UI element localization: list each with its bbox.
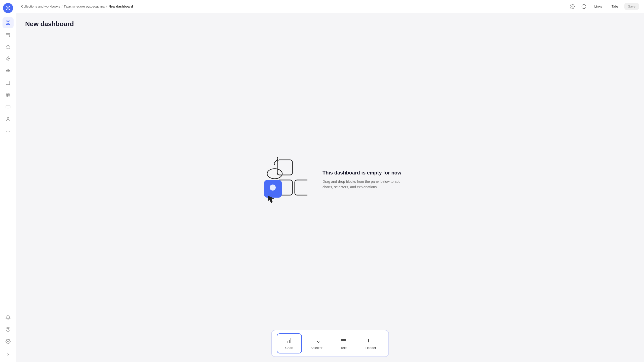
svg-point-22: [8, 94, 8, 94]
breadcrumb-sep2: /: [106, 5, 107, 8]
svg-point-29: [9, 131, 10, 132]
empty-state: This dashboard is empty for now Drag and…: [25, 28, 635, 362]
svg-rect-2: [6, 23, 8, 25]
svg-point-27: [6, 131, 7, 132]
sidebar-item-collections[interactable]: [3, 29, 14, 40]
blocks-toolbar: Chart Selector Text: [271, 330, 389, 357]
bottom-panel: Chart Selector Text: [16, 326, 644, 362]
sidebar-item-help[interactable]: [3, 324, 14, 335]
empty-illustration: [257, 155, 307, 205]
topbar: Collections and workbooks / Практические…: [16, 0, 644, 13]
sidebar-item-alerts[interactable]: [3, 53, 14, 64]
svg-rect-23: [6, 105, 10, 108]
svg-rect-37: [277, 160, 292, 175]
main-content: Collections and workbooks / Практические…: [16, 0, 644, 362]
block-header-label: Header: [366, 346, 376, 350]
empty-state-heading: This dashboard is empty for now: [323, 170, 403, 176]
info-icon-button[interactable]: [579, 2, 588, 11]
page-title: New dashboard: [25, 20, 635, 28]
sidebar-item-profile[interactable]: [3, 114, 14, 125]
sidebar-item-favorites[interactable]: [3, 41, 14, 52]
sidebar-item-settings[interactable]: [3, 336, 14, 347]
topbar-actions: Links Tabs Save: [568, 2, 639, 11]
sidebar-nav: [0, 17, 16, 312]
save-button[interactable]: Save: [624, 3, 639, 10]
svg-rect-1: [8, 21, 10, 22]
sidebar-item-connections[interactable]: [3, 65, 14, 76]
svg-rect-3: [8, 23, 10, 25]
settings-icon-button[interactable]: [568, 2, 577, 11]
svg-point-40: [267, 169, 282, 179]
app-logo[interactable]: [3, 3, 13, 13]
sidebar-expand-arrow[interactable]: [0, 350, 16, 359]
sidebar-item-grid[interactable]: [3, 17, 14, 28]
svg-point-4: [9, 35, 10, 37]
block-item-chart[interactable]: Chart: [277, 333, 302, 353]
breadcrumb: Collections and workbooks / Практические…: [21, 5, 133, 8]
svg-point-28: [8, 131, 8, 132]
sidebar-item-more[interactable]: [3, 126, 14, 137]
block-text-label: Text: [341, 346, 347, 350]
block-selector-label: Selector: [310, 346, 323, 350]
block-item-text[interactable]: Text: [331, 333, 356, 353]
svg-marker-6: [6, 57, 10, 61]
block-item-selector[interactable]: Selector: [304, 333, 329, 353]
sidebar-item-analytics[interactable]: [3, 77, 14, 88]
svg-point-42: [270, 185, 276, 191]
sidebar-item-tables[interactable]: [3, 89, 14, 101]
block-chart-label: Chart: [285, 346, 293, 350]
svg-rect-0: [6, 21, 8, 22]
breadcrumb-part1[interactable]: Collections and workbooks: [21, 5, 60, 8]
block-item-header[interactable]: Header: [358, 333, 383, 353]
svg-point-30: [6, 327, 10, 332]
svg-point-26: [7, 117, 9, 119]
svg-marker-5: [6, 45, 10, 49]
svg-point-7: [7, 70, 9, 72]
sidebar: [0, 0, 16, 362]
sidebar-item-monitor[interactable]: [3, 102, 14, 113]
empty-state-description: Drag and drop blocks from the panel belo…: [323, 179, 403, 190]
svg-point-10: [8, 69, 8, 70]
page-area: New dashboard: [16, 13, 644, 362]
svg-point-9: [9, 70, 10, 71]
empty-text: This dashboard is empty for now Drag and…: [323, 170, 403, 190]
svg-rect-39: [295, 180, 307, 195]
breadcrumb-part2[interactable]: Практические руководства: [64, 5, 105, 8]
sidebar-bottom: [0, 312, 16, 359]
svg-point-33: [572, 6, 573, 7]
svg-point-32: [7, 341, 9, 342]
links-button[interactable]: Links: [591, 3, 606, 10]
tabs-button[interactable]: Tabs: [608, 3, 622, 10]
sidebar-item-notifications[interactable]: [3, 312, 14, 323]
breadcrumb-sep1: /: [62, 5, 63, 8]
svg-point-8: [6, 70, 7, 71]
breadcrumb-current: New dashboard: [108, 5, 133, 8]
